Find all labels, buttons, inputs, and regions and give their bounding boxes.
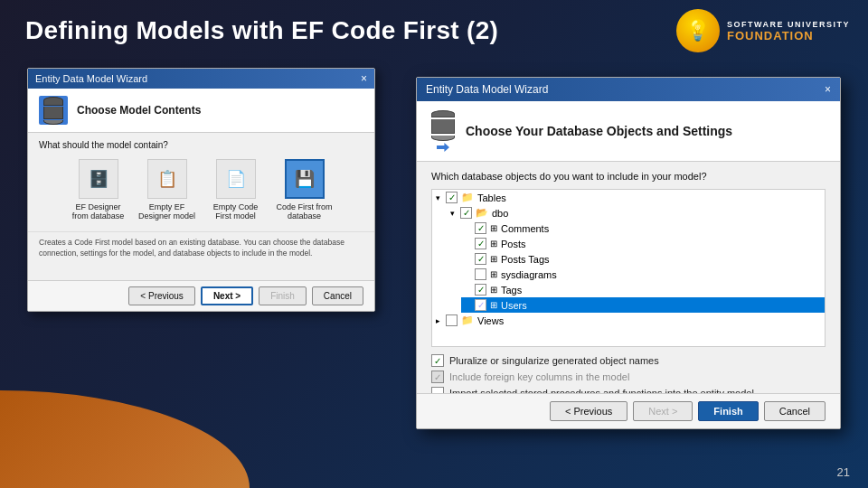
option-row-0[interactable]: ✓ Pluralize or singularize generated obj… [431,354,826,367]
table-icon-sysdiagrams: ⊞ [490,269,497,279]
views-label: Views [477,315,504,326]
db-body-right [431,119,455,134]
wizard-right-question: Which database objects do you want to in… [431,171,826,182]
tree-cb-dbo[interactable]: ✓ [460,207,472,219]
wizard-right-header: Choose Your Database Objects and Setting… [417,101,840,162]
option-cb-1[interactable]: ✓ [431,371,444,383]
wizard-left-next-button[interactable]: Next > [201,286,253,305]
wizard-left-header-text: Choose Model Contents [77,104,201,117]
tree-cb-posts[interactable]: ✓ [475,238,486,249]
tables-label: Tables [477,192,506,203]
tree-cb-tables[interactable]: ✓ [446,192,458,203]
wizard-left-title: Entity Data Model Wizard [35,73,147,84]
wiz-option-label-1: Empty EF Designer model [137,202,198,221]
tree-label-comments: Comments [501,223,549,234]
logo-emoji: 💡 [685,19,710,42]
db-top [43,97,63,106]
wizard-left-prev-button[interactable]: < Previous [128,286,195,305]
logo-top-line: Software University [727,20,850,29]
wizard-right-cancel-button[interactable]: Cancel [764,401,826,421]
tree-expand-tables: ▾ [436,193,440,202]
tree-cb-sysdiagrams[interactable] [475,268,486,280]
tree-expand-dbo: ▾ [450,209,455,218]
tree-cb-users[interactable]: ✓ [475,299,486,311]
tree-dbo[interactable]: ▾ ✓ 📂 dbo [447,205,825,221]
views-icon: 📁 [461,314,474,326]
wizard-left-footer: < Previous Next > Finish Cancel [28,280,374,311]
wiz-option-label-3: Code First from database [274,202,335,221]
tree-sysdiagrams[interactable]: ▾ ⊞ sysdiagrams [461,267,825,282]
tree-expand-views: ▸ [436,316,440,325]
tree-tags[interactable]: ▾ ✓ ⊞ Tags [461,282,825,297]
wizard-left-description: Creates a Code First model based on an e… [28,231,374,265]
option-label-1: Include foreign key columns in the model [449,371,629,382]
logo-icon: 💡 [676,9,720,52]
table-icon-users: ⊞ [490,300,497,310]
wizard-left-body: What should the model contain? 🗄️ EF Des… [28,133,374,228]
db-bottom [43,120,63,125]
option-row-1[interactable]: ✓ Include foreign key columns in the mod… [431,371,826,383]
wizard-left-finish-button[interactable]: Finish [259,286,307,305]
wizard-right-title: Entity Data Model Wizard [426,83,548,96]
tree-posts[interactable]: ▾ ✓ ⊞ Posts [461,236,825,251]
wizard-right-footer: < Previous Next > Finish Cancel [417,393,840,428]
tree-cb-tags[interactable]: ✓ [475,284,486,296]
wiz-option-icon-3: 💾 [285,159,325,199]
wiz-option-icon-1: 📋 [147,159,187,199]
option-label-0: Pluralize or singularize generated objec… [449,355,659,366]
wizard-right-prev-button[interactable]: < Previous [550,401,627,421]
tree-views[interactable]: ▸ 📁 Views [432,313,825,328]
wiz-option-label-0: EF Designer from database [68,202,129,221]
db-icon-svg [43,97,63,125]
tree-label-sysdiagrams: sysdiagrams [501,269,557,280]
wizard-left-options: 🗄️ EF Designer from database 📋 Empty EF … [39,159,363,221]
tree-label-posts-tags: Posts Tags [501,254,550,265]
tables-icon: 📁 [461,192,474,203]
tree-users[interactable]: ▾ ✓ ⊞ Users [461,297,825,313]
table-icon-posts: ⊞ [490,239,497,249]
wizard-left-header: Choose Model Contents [28,89,374,133]
wizard-left-cancel-button[interactable]: Cancel [312,286,363,305]
tree-label-tags: Tags [501,285,522,296]
table-icon-comments: ⊞ [490,223,497,233]
wiz-option-2[interactable]: 📄 Empty Code First model [205,159,267,221]
wizard-left-close[interactable]: × [361,72,367,85]
wiz-option-icon-0: 🗄️ [79,159,118,199]
wizard-left-titlebar: Entity Data Model Wizard × [28,69,374,89]
wizard-right: Entity Data Model Wizard × Choose Your D… [416,77,841,429]
tree-comments[interactable]: ▾ ✓ ⊞ Comments [461,221,825,236]
db-body [43,107,63,119]
logo-text: Software University Foundation [727,20,850,42]
tree-cb-comments[interactable]: ✓ [475,222,486,234]
wiz-option-icon-2: 📄 [216,159,256,199]
db-top-right [431,110,455,117]
wizard-right-close[interactable]: × [825,83,831,96]
wizard-left: Entity Data Model Wizard × Choose Model … [27,68,375,312]
table-icon-tags: ⊞ [490,285,497,295]
slide-title: Defining Models with EF Code First (2) [25,16,498,45]
wizard-right-db-icon [431,110,455,152]
wizard-right-titlebar: Entity Data Model Wizard × [417,78,840,101]
logo-area: 💡 Software University Foundation [676,9,850,52]
wiz-option-3[interactable]: 💾 Code First from database [274,159,335,221]
dbo-icon: 📂 [476,207,488,219]
dbo-label: dbo [492,208,508,219]
arrow-icon-right [437,143,449,152]
tree-cb-views[interactable] [446,314,458,326]
page-number: 21 [837,465,850,479]
tree-cb-posts-tags[interactable]: ✓ [475,253,486,265]
logo-bottom-line: Foundation [727,29,814,42]
wiz-option-1[interactable]: 📋 Empty EF Designer model [137,159,198,221]
option-cb-0[interactable]: ✓ [431,354,444,367]
wizard-left-db-icon [39,96,68,125]
tree-container[interactable]: ▾ ✓ 📁 Tables ▾ ✓ 📂 dbo ▾ ✓ ⊞ Comments ▾ [431,189,826,347]
tree-label-posts: Posts [501,239,526,249]
wizard-right-finish-button[interactable]: Finish [698,401,758,421]
tree-tables[interactable]: ▾ ✓ 📁 Tables [432,190,825,205]
wiz-option-label-2: Empty Code First model [205,202,267,221]
wizard-right-next-button[interactable]: Next > [633,401,693,421]
wiz-option-0[interactable]: 🗄️ EF Designer from database [68,159,129,221]
db-cap-right [431,136,455,141]
wizard-right-body: Which database objects do you want to in… [417,162,840,419]
tree-posts-tags[interactable]: ▾ ✓ ⊞ Posts Tags [461,251,825,267]
